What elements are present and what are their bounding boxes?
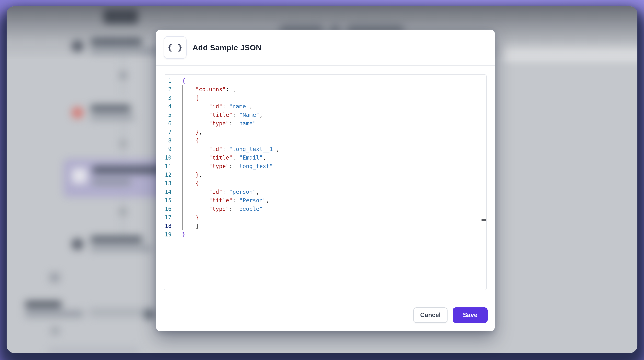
add-sample-json-modal: { } Add Sample JSON 1{2 "columns": [3 {4…: [156, 30, 495, 331]
code-line: 11 "type": "long_text": [164, 162, 486, 170]
code-line: 5 "title": "Name",: [164, 110, 486, 119]
line-number: 19: [164, 230, 172, 239]
code-line: 9 "id": "long_text__1",: [164, 145, 486, 153]
line-number: 13: [164, 179, 172, 188]
code-text: {: [182, 136, 199, 145]
line-number: 2: [164, 85, 172, 94]
code-text: },: [182, 170, 202, 179]
code-line: 2 "columns": [: [164, 85, 486, 94]
code-text: ]: [182, 222, 199, 230]
line-number: 3: [164, 94, 172, 102]
code-line: 16 "type": "people": [164, 204, 486, 213]
code-text: {: [182, 179, 199, 188]
code-line: 13 {: [164, 179, 486, 188]
code-line: 1{: [164, 76, 486, 85]
code-text: "title": "Person",: [182, 196, 270, 204]
code-line: 10 "title": "Email",: [164, 153, 486, 162]
line-number: 6: [164, 119, 172, 128]
line-number: 16: [164, 204, 172, 213]
code-text: "type": "name": [182, 119, 256, 128]
line-number: 5: [164, 110, 172, 119]
code-line: 19}: [164, 230, 486, 239]
code-lines: 1{2 "columns": [3 {4 "id": "name",5 "tit…: [164, 76, 486, 239]
line-number: 9: [164, 145, 172, 153]
code-line: 7 },: [164, 128, 486, 136]
line-number: 1: [164, 76, 172, 85]
code-text: "title": "Name",: [182, 110, 263, 119]
line-number: 18: [164, 222, 172, 230]
code-text: "id": "name",: [182, 102, 253, 110]
code-line: 17 }: [164, 213, 486, 222]
code-text: "id": "long_text__1",: [182, 145, 280, 153]
code-line: 18 ]: [164, 222, 486, 230]
line-number: 17: [164, 213, 172, 222]
code-text: "title": "Email",: [182, 153, 266, 162]
code-line: 14 "id": "person",: [164, 188, 486, 196]
save-button[interactable]: Save: [453, 308, 488, 323]
code-text: {: [182, 76, 185, 85]
line-number: 12: [164, 170, 172, 179]
code-text: "id": "person",: [182, 188, 260, 196]
code-line: 6 "type": "name": [164, 119, 486, 128]
code-text: {: [182, 94, 199, 102]
code-line: 4 "id": "name",: [164, 102, 486, 110]
page: { "colors": { "save_button_bg": "#5A34E2…: [0, 0, 644, 360]
code-line: 15 "title": "Person",: [164, 196, 486, 204]
code-text: "type": "long_text": [182, 162, 273, 170]
line-number: 10: [164, 153, 172, 162]
line-number: 14: [164, 188, 172, 196]
modal-header: { } Add Sample JSON: [156, 30, 495, 66]
code-text: }: [182, 230, 185, 239]
json-code-editor[interactable]: 1{2 "columns": [3 {4 "id": "name",5 "tit…: [164, 74, 486, 290]
modal-title: Add Sample JSON: [192, 43, 262, 52]
cancel-button[interactable]: Cancel: [413, 308, 448, 323]
line-number: 4: [164, 102, 172, 110]
code-line: 8 {: [164, 136, 486, 145]
code-line: 12 },: [164, 170, 486, 179]
json-braces-icon: { }: [164, 36, 187, 59]
line-number: 8: [164, 136, 172, 145]
modal-footer: Cancel Save: [156, 299, 495, 331]
overview-ruler-cursor-marker: [482, 219, 486, 221]
code-text: "columns": [: [182, 85, 236, 94]
code-line: 3 {: [164, 94, 486, 102]
line-number: 7: [164, 128, 172, 136]
line-number: 15: [164, 196, 172, 204]
code-text: "type": "people": [182, 204, 263, 213]
code-text: }: [182, 213, 199, 222]
code-text: },: [182, 128, 202, 136]
line-number: 11: [164, 162, 172, 170]
